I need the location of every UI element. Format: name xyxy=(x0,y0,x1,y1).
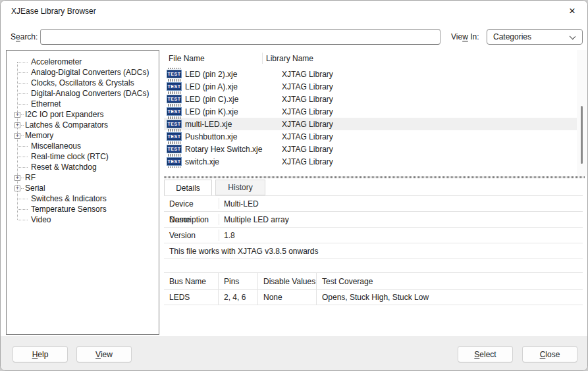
info-value: 1.8 xyxy=(224,228,235,243)
library-name: XJTAG Library xyxy=(268,120,333,129)
info-value: Multi-LED xyxy=(224,196,259,212)
close-icon[interactable]: × xyxy=(557,1,587,22)
select-button[interactable]: Select xyxy=(458,346,513,362)
test-chip-icon: TEST xyxy=(167,70,182,78)
help-button[interactable]: Help xyxy=(13,346,68,362)
file-row[interactable]: TESTLED (pin K).xjeXJTAG Library xyxy=(164,105,577,118)
file-list-scrollbar[interactable] xyxy=(577,50,587,176)
test-chip-icon: TEST xyxy=(167,107,182,116)
file-name: Pushbutton.xje xyxy=(185,132,268,141)
bus-column-header: Pins xyxy=(219,273,258,289)
file-name: LED (pin A).xje xyxy=(185,82,268,91)
info-label: Description xyxy=(169,212,215,228)
expand-plus-icon[interactable]: + xyxy=(14,122,20,128)
close-button[interactable]: Close xyxy=(522,346,577,362)
library-name: XJTAG Library xyxy=(268,145,333,154)
library-name: XJTAG Library xyxy=(268,82,333,91)
file-row[interactable]: TESTLED (pin A).xjeXJTAG Library xyxy=(164,80,577,93)
tree-item[interactable]: Ethernet xyxy=(7,99,159,109)
test-chip-icon: TEST xyxy=(167,157,182,166)
bus-table: Bus NamePinsDisable ValuesTest CoverageL… xyxy=(164,272,583,305)
expand-plus-icon[interactable]: + xyxy=(14,133,20,139)
tree-item[interactable]: +RF xyxy=(7,172,159,183)
tree-item-label: Analog-Digital Converters (ADCs) xyxy=(31,68,149,77)
file-row[interactable]: TESTLED (pin C).xjeXJTAG Library xyxy=(164,93,577,105)
library-name: XJTAG Library xyxy=(268,107,333,116)
bus-table-row: LEDS2, 4, 6NoneOpens, Stuck High, Stuck … xyxy=(164,290,583,305)
expand-plus-icon[interactable]: + xyxy=(14,112,20,118)
file-list: File Name Library Name TESTLED (pin 2).x… xyxy=(164,50,587,176)
file-row[interactable]: TESTPushbutton.xjeXJTAG Library xyxy=(164,130,577,143)
bus-column-header: Test Coverage xyxy=(317,273,583,289)
column-header-library-name[interactable]: Library Name xyxy=(266,54,313,63)
file-row[interactable]: TESTswitch.xjeXJTAG Library xyxy=(164,155,577,168)
cell-divider xyxy=(219,214,219,225)
tree-item[interactable]: +I2C IO port Expanders xyxy=(7,109,159,120)
test-chip-icon: TEST xyxy=(167,132,182,141)
tree-item-label: Ethernet xyxy=(31,99,61,109)
column-divider xyxy=(262,53,263,64)
tree-item[interactable]: Switches & Indicators xyxy=(7,193,159,204)
bus-table-header: Bus NamePinsDisable ValuesTest Coverage xyxy=(164,273,583,290)
bus-cell: 2, 4, 6 xyxy=(219,290,258,305)
tree-item-label: Switches & Indicators xyxy=(31,194,107,203)
test-chip-icon: TEST xyxy=(167,120,182,128)
splitter-handle[interactable] xyxy=(164,176,585,178)
file-row[interactable]: TESTmulti-LED.xjeXJTAG Library xyxy=(164,118,577,130)
tree-item-label: Miscellaneous xyxy=(31,141,81,151)
tab-details[interactable]: Details xyxy=(164,180,212,195)
file-name: LED (pin K).xje xyxy=(185,107,268,116)
file-row[interactable]: TESTRotary Hex Switch.xjeXJTAG Library xyxy=(164,143,577,155)
tree-item-label: Clocks, Oscillators & Crystals xyxy=(31,78,134,87)
tree-item[interactable]: Reset & Watchdog xyxy=(7,162,159,172)
cell-divider xyxy=(219,198,219,209)
info-label: Version xyxy=(169,228,215,243)
tree-item[interactable]: +Serial xyxy=(7,183,159,193)
tree-item-label: Latches & Comparators xyxy=(25,120,108,130)
tree-item[interactable]: Digital-Analog Converters (DACs) xyxy=(7,88,159,99)
column-header-file-name[interactable]: File Name xyxy=(169,54,205,63)
file-name: LED (pin C).xje xyxy=(185,95,268,104)
expand-plus-icon[interactable]: + xyxy=(14,175,20,181)
library-name: XJTAG Library xyxy=(268,95,333,104)
view-in-selected-value: Categories xyxy=(493,32,531,41)
bus-cell: Opens, Stuck High, Stuck Low xyxy=(317,290,583,305)
tree-item-label: Reset & Watchdog xyxy=(31,162,97,172)
bus-column-header: Disable Values xyxy=(258,273,317,289)
bus-cell: None xyxy=(258,290,317,305)
bottom-button-bar: Help View Select Close xyxy=(1,336,587,371)
test-chip-icon: TEST xyxy=(167,145,182,153)
tree-item[interactable]: Analog-Digital Converters (ADCs) xyxy=(7,67,159,78)
tab-history[interactable]: History xyxy=(215,180,265,195)
window-title: XJEase Library Browser xyxy=(11,7,96,16)
tree-item[interactable]: Video xyxy=(7,214,159,225)
library-name: XJTAG Library xyxy=(268,132,333,141)
tree-item[interactable]: +Latches & Comparators xyxy=(7,120,159,130)
file-name: LED (pin 2).xje xyxy=(185,70,268,79)
tree-item-label: Temperature Sensors xyxy=(31,205,107,214)
info-row: Device NameMulti-LED xyxy=(164,196,583,212)
test-chip-icon: TEST xyxy=(167,95,182,103)
view-button[interactable]: View xyxy=(76,346,132,362)
library-name: XJTAG Library xyxy=(268,157,333,166)
file-name: switch.xje xyxy=(185,157,268,166)
chevron-down-icon xyxy=(570,34,575,39)
tree-item[interactable]: Temperature Sensors xyxy=(7,204,159,214)
info-value: Multiple LED array xyxy=(224,212,289,228)
info-row: DescriptionMultiple LED array xyxy=(164,212,583,228)
search-input[interactable] xyxy=(40,29,441,45)
tree-item[interactable]: Real-time clock (RTC) xyxy=(7,151,159,162)
file-name: multi-LED.xje xyxy=(185,120,268,129)
tree-item[interactable]: Miscellaneous xyxy=(7,141,159,151)
expand-plus-icon[interactable]: + xyxy=(14,186,20,191)
tree-item-label: Digital-Analog Converters (DACs) xyxy=(31,89,149,98)
tree-item-label: Real-time clock (RTC) xyxy=(31,152,109,161)
tree-item[interactable]: Accelerometer xyxy=(7,57,159,67)
tree-item[interactable]: Clocks, Oscillators & Crystals xyxy=(7,78,159,88)
view-in-dropdown[interactable]: Categories xyxy=(487,29,583,45)
tree-item[interactable]: +Memory xyxy=(7,130,159,141)
view-in-label: View In: xyxy=(451,32,479,41)
scrollbar-thumb[interactable] xyxy=(581,106,583,164)
tree-item-label: Accelerometer xyxy=(31,57,82,66)
file-row[interactable]: TESTLED (pin 2).xjeXJTAG Library xyxy=(164,68,577,80)
